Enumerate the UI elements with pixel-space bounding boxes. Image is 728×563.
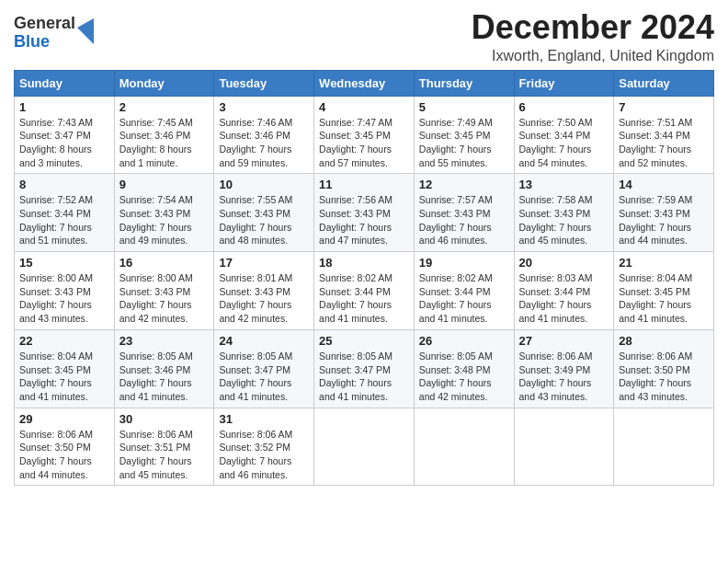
calendar-cell: 20Sunrise: 8:03 AMSunset: 3:44 PMDayligh… — [514, 252, 614, 330]
day-number: 11 — [319, 178, 409, 191]
calendar-cell: 1Sunrise: 7:43 AMSunset: 3:47 PMDaylight… — [15, 96, 115, 174]
day-number: 13 — [519, 178, 609, 191]
day-number: 12 — [419, 178, 509, 191]
calendar-cell: 19Sunrise: 8:02 AMSunset: 3:44 PMDayligh… — [414, 252, 514, 330]
calendar-cell: 31Sunrise: 8:06 AMSunset: 3:52 PMDayligh… — [214, 408, 314, 486]
day-detail: Sunrise: 8:05 AMSunset: 3:47 PMDaylight:… — [319, 350, 409, 404]
calendar-cell — [414, 408, 514, 486]
calendar-cell — [514, 408, 614, 486]
title-area: December 2024 Ixworth, England, United K… — [472, 9, 714, 64]
day-detail: Sunrise: 8:06 AMSunset: 3:51 PMDaylight:… — [119, 428, 210, 482]
calendar-cell — [614, 408, 714, 486]
day-number: 17 — [219, 256, 309, 270]
day-number: 18 — [319, 256, 409, 270]
day-number: 4 — [319, 100, 409, 114]
day-detail: Sunrise: 8:03 AMSunset: 3:44 PMDaylight:… — [519, 271, 609, 326]
day-detail: Sunrise: 8:05 AMSunset: 3:46 PMDaylight:… — [119, 350, 210, 404]
day-detail: Sunrise: 8:02 AMSunset: 3:44 PMDaylight:… — [319, 271, 409, 326]
day-number: 1 — [19, 100, 109, 114]
weekday-header-thursday: Thursday — [414, 70, 514, 96]
calendar-cell: 22Sunrise: 8:04 AMSunset: 3:45 PMDayligh… — [15, 329, 115, 408]
calendar-cell: 17Sunrise: 8:01 AMSunset: 3:43 PMDayligh… — [214, 252, 314, 330]
day-number: 19 — [419, 256, 509, 270]
weekday-header-wednesday: Wednesday — [314, 70, 415, 96]
day-detail: Sunrise: 8:06 AMSunset: 3:50 PMDaylight:… — [619, 350, 709, 404]
calendar-table: SundayMondayTuesdayWednesdayThursdayFrid… — [14, 70, 714, 487]
day-number: 24 — [219, 334, 309, 348]
day-detail: Sunrise: 8:05 AMSunset: 3:47 PMDaylight:… — [219, 350, 309, 404]
day-number: 26 — [419, 334, 509, 348]
day-detail: Sunrise: 7:46 AMSunset: 3:46 PMDaylight:… — [219, 116, 309, 170]
calendar-cell: 16Sunrise: 8:00 AMSunset: 3:43 PMDayligh… — [114, 252, 214, 330]
calendar-cell: 27Sunrise: 8:06 AMSunset: 3:49 PMDayligh… — [514, 329, 614, 408]
week-row-3: 15Sunrise: 8:00 AMSunset: 3:43 PMDayligh… — [15, 252, 714, 330]
day-number: 8 — [19, 178, 109, 191]
logo-icon — [77, 18, 94, 44]
calendar-cell: 10Sunrise: 7:55 AMSunset: 3:43 PMDayligh… — [214, 174, 314, 252]
calendar-cell: 5Sunrise: 7:49 AMSunset: 3:45 PMDaylight… — [414, 96, 514, 174]
day-number: 22 — [19, 334, 109, 348]
calendar-cell: 15Sunrise: 8:00 AMSunset: 3:43 PMDayligh… — [15, 252, 115, 330]
calendar-cell: 4Sunrise: 7:47 AMSunset: 3:45 PMDaylight… — [314, 96, 415, 174]
day-detail: Sunrise: 8:06 AMSunset: 3:49 PMDaylight:… — [519, 350, 609, 404]
day-number: 5 — [419, 100, 509, 114]
calendar-cell: 30Sunrise: 8:06 AMSunset: 3:51 PMDayligh… — [114, 408, 214, 486]
day-detail: Sunrise: 8:04 AMSunset: 3:45 PMDaylight:… — [619, 271, 709, 326]
day-detail: Sunrise: 7:43 AMSunset: 3:47 PMDaylight:… — [19, 116, 109, 170]
day-number: 14 — [619, 178, 709, 191]
logo-blue: Blue — [14, 32, 50, 51]
day-number: 15 — [19, 256, 109, 270]
calendar-cell: 6Sunrise: 7:50 AMSunset: 3:44 PMDaylight… — [514, 96, 614, 174]
day-detail: Sunrise: 7:52 AMSunset: 3:44 PMDaylight:… — [19, 193, 109, 247]
calendar-cell: 14Sunrise: 7:59 AMSunset: 3:43 PMDayligh… — [614, 174, 714, 252]
calendar-cell: 28Sunrise: 8:06 AMSunset: 3:50 PMDayligh… — [614, 329, 714, 408]
calendar-cell: 26Sunrise: 8:05 AMSunset: 3:48 PMDayligh… — [414, 329, 514, 408]
day-number: 16 — [119, 256, 210, 270]
calendar-cell — [314, 408, 415, 486]
calendar-cell: 25Sunrise: 8:05 AMSunset: 3:47 PMDayligh… — [314, 329, 415, 408]
day-number: 21 — [619, 256, 709, 270]
day-number: 3 — [219, 100, 309, 114]
calendar-cell: 12Sunrise: 7:57 AMSunset: 3:43 PMDayligh… — [414, 174, 514, 252]
day-detail: Sunrise: 7:56 AMSunset: 3:43 PMDaylight:… — [319, 193, 409, 247]
calendar-cell: 18Sunrise: 8:02 AMSunset: 3:44 PMDayligh… — [314, 252, 415, 330]
calendar-cell: 2Sunrise: 7:45 AMSunset: 3:46 PMDaylight… — [114, 96, 214, 174]
calendar-cell: 23Sunrise: 8:05 AMSunset: 3:46 PMDayligh… — [114, 329, 214, 408]
day-detail: Sunrise: 8:06 AMSunset: 3:52 PMDaylight:… — [219, 428, 309, 482]
day-number: 30 — [119, 412, 210, 426]
calendar-cell: 21Sunrise: 8:04 AMSunset: 3:45 PMDayligh… — [614, 252, 714, 330]
day-detail: Sunrise: 7:55 AMSunset: 3:43 PMDaylight:… — [219, 193, 309, 247]
day-number: 20 — [519, 256, 609, 270]
weekday-header-tuesday: Tuesday — [214, 70, 314, 96]
week-row-2: 8Sunrise: 7:52 AMSunset: 3:44 PMDaylight… — [15, 174, 714, 252]
calendar-cell: 11Sunrise: 7:56 AMSunset: 3:43 PMDayligh… — [314, 174, 415, 252]
day-number: 25 — [319, 334, 409, 348]
day-detail: Sunrise: 7:47 AMSunset: 3:45 PMDaylight:… — [319, 116, 409, 170]
day-detail: Sunrise: 7:58 AMSunset: 3:43 PMDaylight:… — [519, 193, 609, 247]
calendar-cell: 24Sunrise: 8:05 AMSunset: 3:47 PMDayligh… — [214, 329, 314, 408]
day-number: 23 — [119, 334, 210, 348]
day-detail: Sunrise: 8:00 AMSunset: 3:43 PMDaylight:… — [19, 271, 109, 326]
weekday-header-monday: Monday — [114, 70, 214, 96]
day-detail: Sunrise: 7:50 AMSunset: 3:44 PMDaylight:… — [519, 116, 609, 170]
weekday-header-sunday: Sunday — [15, 70, 115, 96]
weekday-header-saturday: Saturday — [614, 70, 714, 96]
day-number: 2 — [119, 100, 210, 114]
day-detail: Sunrise: 7:45 AMSunset: 3:46 PMDaylight:… — [119, 116, 210, 170]
day-number: 27 — [519, 334, 609, 348]
logo-general: General — [14, 14, 75, 32]
day-detail: Sunrise: 8:00 AMSunset: 3:43 PMDaylight:… — [119, 271, 210, 326]
day-number: 7 — [619, 100, 709, 114]
day-detail: Sunrise: 8:06 AMSunset: 3:50 PMDaylight:… — [19, 428, 109, 482]
weekday-header-row: SundayMondayTuesdayWednesdayThursdayFrid… — [15, 70, 714, 96]
weekday-header-friday: Friday — [514, 70, 614, 96]
day-number: 9 — [119, 178, 210, 191]
logo: General Blue — [14, 15, 94, 52]
day-number: 29 — [19, 412, 109, 426]
day-number: 28 — [619, 334, 709, 348]
calendar-cell: 9Sunrise: 7:54 AMSunset: 3:43 PMDaylight… — [114, 174, 214, 252]
day-number: 31 — [219, 412, 309, 426]
day-detail: Sunrise: 7:54 AMSunset: 3:43 PMDaylight:… — [119, 193, 210, 247]
location: Ixworth, England, United Kingdom — [472, 48, 714, 64]
week-row-4: 22Sunrise: 8:04 AMSunset: 3:45 PMDayligh… — [15, 329, 714, 408]
